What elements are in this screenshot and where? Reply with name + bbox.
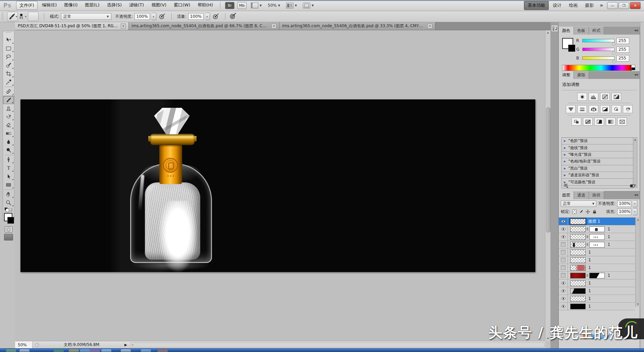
airbrush-opacity-icon[interactable]	[158, 12, 166, 20]
layer-thumbnail[interactable]	[570, 288, 586, 294]
layer-thumbnail[interactable]	[570, 304, 586, 309]
layer-thumbnail[interactable]	[570, 219, 586, 224]
workspace-overflow-chevrons[interactable]: »	[597, 2, 606, 8]
menu-5[interactable]: 选择(S)	[104, 1, 125, 10]
exposure-adjustment-icon[interactable]	[611, 93, 621, 101]
clone-stamp-tool[interactable]	[3, 104, 14, 113]
vertical-scroll-thumb[interactable]	[546, 107, 550, 232]
taskbar-app-icon-3[interactable]	[54, 349, 64, 352]
history-panel-icon[interactable]	[551, 25, 558, 32]
invert-adjustment-icon[interactable]	[572, 118, 581, 126]
opacity-spinner[interactable]: ▸	[633, 200, 637, 207]
taskbar-app-icon-8[interactable]	[121, 349, 131, 352]
arrange-documents-dropdown[interactable]: ▼	[286, 3, 297, 8]
layer-mask-link-icon[interactable]: 8	[586, 227, 588, 231]
menu-3[interactable]: 图像(I)	[61, 1, 80, 10]
document-canvas[interactable]	[20, 99, 535, 272]
menu-7[interactable]: 视图(V)	[148, 1, 169, 10]
lock-transparency-icon[interactable]	[572, 209, 577, 214]
scroll-up-arrow[interactable]: ▲	[637, 218, 639, 221]
visibility-toggle-empty[interactable]	[559, 241, 568, 248]
layer-thumbnail[interactable]	[570, 273, 586, 278]
layer-row-1[interactable]: 图层 1	[559, 218, 635, 225]
layer-name[interactable]: 1	[588, 258, 591, 262]
tab-close-icon[interactable]: ✕	[271, 24, 276, 29]
brush-tool[interactable]	[3, 96, 14, 104]
move-tool[interactable]	[3, 36, 14, 44]
rectangular-marquee-tool[interactable]	[3, 44, 14, 53]
visibility-eye-icon[interactable]	[559, 233, 568, 240]
background-color-swatch[interactable]	[568, 45, 575, 52]
brightness-contrast-adjustment-icon[interactable]	[577, 93, 587, 101]
launch-mb-button[interactable]: Mb	[237, 2, 247, 9]
close-button[interactable]: ✕	[630, 2, 641, 9]
layer-name[interactable]: 1	[588, 281, 591, 285]
screen-mode-dropdown[interactable]: ▼	[303, 3, 314, 8]
tool-preset-picker[interactable]: ▾	[7, 12, 18, 21]
adjust-tab-1[interactable]: 调整	[559, 71, 574, 79]
taskbar-app-icon-1[interactable]	[6, 349, 16, 352]
taskbar-app-icon-10[interactable]	[158, 349, 168, 352]
layer-name[interactable]: 1	[588, 265, 591, 270]
workspace-3[interactable]: 绘画	[566, 1, 581, 10]
menu-9[interactable]: 帮助(H)	[195, 1, 216, 10]
channel-slider-r[interactable]	[582, 39, 614, 42]
layer-name[interactable]: 1	[607, 242, 610, 247]
layer-row-2[interactable]: 81	[559, 225, 635, 233]
panel-menu-icon[interactable]: ▾≡	[635, 193, 638, 197]
tab-close-icon[interactable]: ✕	[121, 24, 126, 29]
quick-selection-tool[interactable]	[3, 61, 14, 70]
layer-row-4[interactable]: 81	[559, 241, 635, 249]
channel-value-b[interactable]: 255	[616, 55, 629, 61]
layer-mask-link-icon[interactable]: 8	[586, 273, 588, 277]
dodge-tool[interactable]	[3, 146, 14, 155]
disclosure-triangle-icon[interactable]: ▶	[564, 153, 566, 156]
lock-pixels-icon[interactable]	[579, 209, 584, 214]
horizontal-scrollbar[interactable]: ◂	[130, 342, 544, 347]
channel-mixer-adjustment-icon[interactable]	[623, 105, 633, 113]
workspace-1[interactable]: 基本功能	[524, 1, 549, 10]
windows-taskbar[interactable]	[0, 348, 644, 352]
background-color-swatch[interactable]	[7, 217, 14, 224]
path-selection-tool[interactable]	[3, 172, 14, 181]
channel-value-g[interactable]: 255	[616, 46, 629, 53]
menu-1[interactable]: 文件(F)	[16, 1, 38, 10]
history-brush-tool[interactable]	[3, 113, 14, 121]
restore-button[interactable]: ❐	[619, 2, 629, 9]
visibility-eye-icon[interactable]	[559, 287, 568, 295]
visibility-toggle-empty[interactable]	[559, 272, 568, 279]
document-tab-1[interactable]: PSD大百汇 DVD48-51-15.psd @ 50% (图层 1, RGB/…	[15, 22, 129, 30]
swap-colors-icon[interactable]: ⤸	[10, 208, 12, 212]
vertical-scrollbar[interactable]: ▲ ▼	[545, 30, 550, 341]
preset-item-1[interactable]: ▶“色阶”预设	[562, 138, 633, 144]
blur-tool[interactable]	[3, 138, 14, 146]
channel-slider-g[interactable]	[582, 48, 614, 51]
layer-thumbnail[interactable]	[570, 296, 586, 302]
flow-input[interactable]: 100%	[188, 13, 204, 20]
hand-tool[interactable]	[3, 190, 14, 199]
taskbar-app-icon-9[interactable]	[141, 349, 151, 352]
taskbar-app-icon-2[interactable]	[19, 349, 30, 352]
launch-br-button[interactable]: Br	[225, 2, 234, 9]
rectangle-tool[interactable]	[3, 181, 14, 189]
visibility-eye-icon[interactable]	[559, 218, 568, 225]
panel-menu-icon[interactable]: ▾≡	[635, 29, 638, 32]
layer-thumbnail[interactable]	[570, 250, 586, 255]
scroll-left-arrow[interactable]: ◂	[132, 343, 133, 346]
posterize-adjustment-icon[interactable]	[583, 118, 593, 126]
layer-thumbnail[interactable]	[570, 226, 586, 232]
opacity-spinner[interactable]: ▸	[152, 13, 156, 20]
workspace-2[interactable]: 设计	[549, 1, 565, 10]
channel-slider-b[interactable]	[582, 56, 614, 60]
layer-thumbnail[interactable]	[570, 280, 586, 286]
scroll-down-arrow[interactable]: ▼	[637, 303, 639, 306]
layer-row-8[interactable]: 81	[559, 272, 635, 279]
minimize-button[interactable]: —	[607, 2, 618, 9]
color-balance-adjustment-icon[interactable]	[589, 105, 598, 113]
preset-item-6[interactable]: ▶“通道混和器”预设	[562, 172, 633, 179]
menu-4[interactable]: 图层(L)	[82, 1, 102, 10]
lock-all-icon[interactable]	[592, 209, 597, 214]
layer-name[interactable]: 图层 1	[588, 219, 600, 224]
taskbar-app-icon-7[interactable]	[101, 349, 111, 352]
layer-mask-link-icon[interactable]: 8	[586, 235, 588, 239]
